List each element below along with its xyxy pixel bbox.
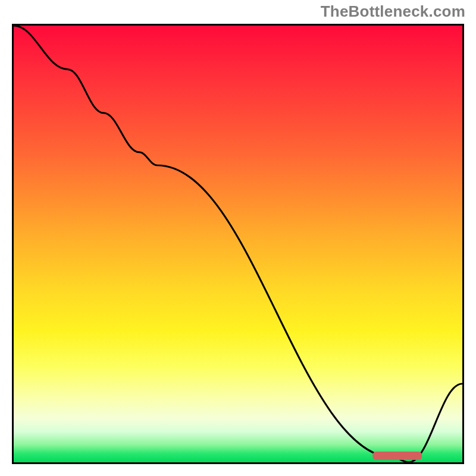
watermark-text: TheBottleneck.com <box>321 2 465 21</box>
chart-overlay <box>14 26 462 462</box>
plot-area <box>12 24 464 464</box>
curve-line <box>14 26 462 462</box>
chart-container: TheBottleneck.com <box>0 0 476 476</box>
optimal-band-marker <box>372 452 422 460</box>
